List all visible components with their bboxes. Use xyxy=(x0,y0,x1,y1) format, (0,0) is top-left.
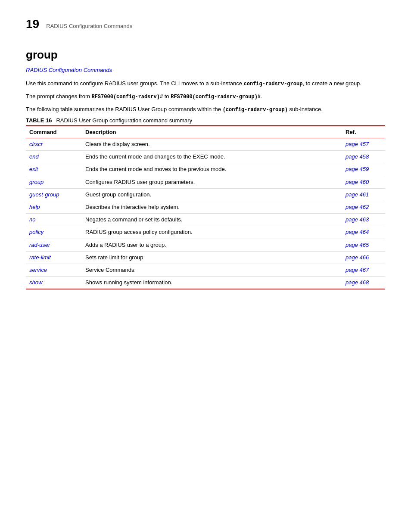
command-link[interactable]: show xyxy=(29,279,42,286)
description-code-1: config-radsrv-group xyxy=(244,81,303,87)
section-title: group xyxy=(26,48,385,62)
table-cell-command: rate-limit xyxy=(26,251,82,264)
table-cell-command: service xyxy=(26,264,82,276)
table-row: endEnds the current mode and changes to … xyxy=(26,151,385,163)
breadcrumb-link[interactable]: RADIUS Configuration Commands xyxy=(26,67,112,73)
page-header: 19 RADIUS Configuration Commands xyxy=(26,17,385,31)
page-ref-link[interactable]: page 463 xyxy=(346,216,369,223)
table-cell-command: show xyxy=(26,277,82,289)
page-ref-link[interactable]: page 465 xyxy=(346,242,369,248)
table-cell-command: help xyxy=(26,201,82,213)
table-cell-description: Ends the current mode and moves to the p… xyxy=(82,163,342,176)
table-row: guest-groupGuest group configuration.pag… xyxy=(26,188,385,201)
chapter-number: 19 xyxy=(26,17,39,31)
table-cell-description: Adds a RADIUS user to a group. xyxy=(82,239,342,251)
table-cell-command: no xyxy=(26,214,82,226)
command-link[interactable]: guest-group xyxy=(29,191,59,198)
table-row: clrscrClears the display screen.page 457 xyxy=(26,138,385,151)
table-cell-description: Ends the current mode and changes to the… xyxy=(82,151,342,163)
table-cell-description: Sets rate limit for group xyxy=(82,251,342,264)
command-link[interactable]: rad-user xyxy=(29,242,50,248)
prompt-to-word: to xyxy=(165,93,169,100)
table-cell-command: group xyxy=(26,176,82,188)
table-cell-ref: page 462 xyxy=(342,201,385,213)
table-cell-command: rad-user xyxy=(26,239,82,251)
table-cell-command: clrscr xyxy=(26,138,82,151)
table-cell-description: Shows running system information. xyxy=(82,277,342,289)
table-row: serviceService Commands.page 467 xyxy=(26,264,385,276)
table-cell-ref: page 460 xyxy=(342,176,385,188)
table-cell-ref: page 463 xyxy=(342,214,385,226)
prompt-prefix-text: The prompt changes from xyxy=(26,93,91,100)
chapter-title: RADIUS Configuration Commands xyxy=(46,23,132,29)
page-ref-link[interactable]: page 457 xyxy=(346,141,369,147)
description-text-suffix: , to create a new group. xyxy=(302,80,361,87)
table-cell-ref: page 466 xyxy=(342,251,385,264)
table-label-row: TABLE 16 RADIUS User Group configuration… xyxy=(26,117,385,124)
table-row: showShows running system information.pag… xyxy=(26,277,385,289)
table-row: exitEnds the current mode and moves to t… xyxy=(26,163,385,176)
table-cell-command: policy xyxy=(26,226,82,239)
command-link[interactable]: help xyxy=(29,204,40,210)
data-table: Command Description Ref. clrscrClears th… xyxy=(26,125,385,289)
table-intro-text-1: The following table summarizes the RADIU… xyxy=(26,106,223,112)
table-cell-description: Clears the display screen. xyxy=(82,138,342,151)
command-link[interactable]: clrscr xyxy=(29,141,43,147)
table-cell-ref: page 464 xyxy=(342,226,385,239)
table-cell-ref: page 458 xyxy=(342,151,385,163)
table-cell-ref: page 457 xyxy=(342,138,385,151)
command-link[interactable]: exit xyxy=(29,166,38,172)
col-header-description: Description xyxy=(82,126,342,138)
table-intro-code: (config-radsrv-group) xyxy=(223,107,288,113)
prompt-to-code: RFS7000(config-radsrv-group)# xyxy=(171,94,261,100)
table-cell-description: Describes the interactive help system. xyxy=(82,201,342,213)
description-text-1: Use this command to configure RADIUS use… xyxy=(26,80,244,87)
page-container: 19 RADIUS Configuration Commands group R… xyxy=(0,0,411,532)
table-row: groupConfigures RADIUS user group parame… xyxy=(26,176,385,188)
table-intro: The following table summarizes the RADIU… xyxy=(26,105,385,114)
command-link[interactable]: rate-limit xyxy=(29,254,51,261)
table-cell-ref: page 459 xyxy=(342,163,385,176)
table-cell-ref: page 467 xyxy=(342,264,385,276)
prompt-para: The prompt changes from RFS7000(config-r… xyxy=(26,92,385,101)
col-header-ref: Ref. xyxy=(342,126,385,138)
page-ref-link[interactable]: page 467 xyxy=(346,267,369,273)
table-cell-description: RADIUS group access policy configuration… xyxy=(82,226,342,239)
table-cell-command: exit xyxy=(26,163,82,176)
command-link[interactable]: group xyxy=(29,179,44,185)
table-row: policyRADIUS group access policy configu… xyxy=(26,226,385,239)
page-ref-link[interactable]: page 462 xyxy=(346,204,369,210)
page-ref-link[interactable]: page 460 xyxy=(346,179,369,185)
command-link[interactable]: service xyxy=(29,267,47,273)
table-cell-ref: page 468 xyxy=(342,277,385,289)
command-link[interactable]: end xyxy=(29,153,39,160)
table-intro-text-2: sub-instance. xyxy=(288,106,323,112)
page-ref-link[interactable]: page 459 xyxy=(346,166,369,172)
table-cell-description: Service Commands. xyxy=(82,264,342,276)
page-ref-link[interactable]: page 458 xyxy=(346,153,369,160)
page-ref-link[interactable]: page 461 xyxy=(346,191,369,198)
command-link[interactable]: policy xyxy=(29,229,44,235)
table-row: rad-userAdds a RADIUS user to a group.pa… xyxy=(26,239,385,251)
table-cell-description: Configures RADIUS user group parameters. xyxy=(82,176,342,188)
table-cell-command: end xyxy=(26,151,82,163)
table-cell-description: Negates a command or set its defaults. xyxy=(82,214,342,226)
table-cell-command: guest-group xyxy=(26,188,82,201)
table-row: noNegates a command or set its defaults.… xyxy=(26,214,385,226)
table-row: rate-limitSets rate limit for grouppage … xyxy=(26,251,385,264)
command-link[interactable]: no xyxy=(29,216,35,223)
description-para-1: Use this command to configure RADIUS use… xyxy=(26,79,385,88)
table-cell-ref: page 461 xyxy=(342,188,385,201)
page-ref-link[interactable]: page 468 xyxy=(346,279,369,286)
table-cell-description: Guest group configuration. xyxy=(82,188,342,201)
table-caption: RADIUS User Group configuration command … xyxy=(56,117,192,124)
col-header-command: Command xyxy=(26,126,82,138)
page-ref-link[interactable]: page 466 xyxy=(346,254,369,261)
page-ref-link[interactable]: page 464 xyxy=(346,229,369,235)
prompt-from-code: RFS7000(config-radsrv)# xyxy=(91,94,163,100)
table-header-row: Command Description Ref. xyxy=(26,126,385,138)
table-cell-ref: page 465 xyxy=(342,239,385,251)
table-label: TABLE 16 xyxy=(26,117,52,124)
table-row: helpDescribes the interactive help syste… xyxy=(26,201,385,213)
